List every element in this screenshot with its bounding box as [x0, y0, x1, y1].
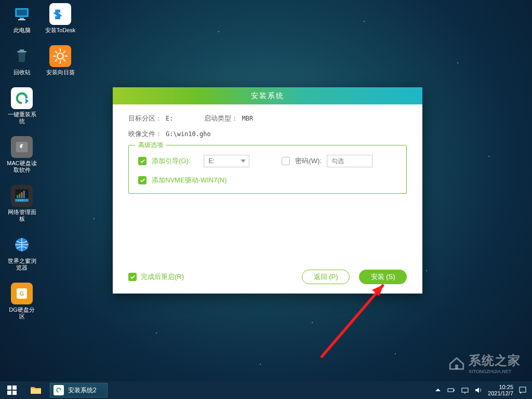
svg-line-13 [63, 51, 65, 53]
clock[interactable]: 10:25 2021/12/7 [488, 384, 513, 396]
svg-line-11 [55, 51, 57, 53]
volume-icon[interactable] [474, 386, 483, 394]
svg-rect-2 [20, 18, 24, 19]
svg-rect-34 [12, 391, 17, 395]
svg-line-14 [55, 59, 57, 61]
monitor-icon [11, 3, 33, 25]
svg-rect-32 [12, 385, 17, 390]
desktop-icon-theworld-browser[interactable]: 世界之窗浏览器 [6, 234, 37, 271]
svg-rect-36 [448, 389, 454, 392]
boot-type-value: MBR [242, 115, 253, 122]
svg-rect-4 [18, 51, 26, 52]
svg-point-6 [57, 53, 63, 59]
svg-rect-33 [7, 391, 11, 395]
add-nvme-label: 添加NVME驱动-WIN7(N) [152, 176, 227, 185]
svg-line-12 [63, 59, 65, 61]
svg-rect-20 [23, 191, 25, 198]
desktop-icon-network-panel[interactable]: 网络管理面板 [6, 185, 37, 222]
svg-rect-18 [19, 194, 20, 198]
back-button[interactable]: 返回 (P) [302, 270, 350, 284]
folder-icon [30, 385, 42, 395]
restart-after-checkbox[interactable] [128, 273, 137, 281]
mac-disk-icon [11, 136, 33, 158]
svg-rect-37 [454, 390, 455, 391]
svg-line-28 [321, 285, 383, 357]
globe-icon [11, 234, 33, 256]
svg-rect-40 [520, 387, 526, 392]
battery-icon[interactable] [447, 386, 456, 394]
sunlogin-icon [49, 45, 71, 67]
taskbar-active-app[interactable]: 安装系统2 [50, 383, 108, 397]
svg-point-22 [18, 200, 19, 201]
diskgenius-icon: G [11, 283, 33, 304]
dialog-titlebar[interactable]: 安装系统 [113, 87, 422, 104]
desktop-icon-install-todesk[interactable]: 安装ToDesk [45, 3, 76, 34]
add-boot-label: 添加引导(G): [152, 156, 190, 166]
desktop-icon-install-sunlogin[interactable]: 安装向日葵 [45, 45, 76, 76]
boot-type-label: 启动类型： [204, 114, 242, 123]
tray-up-icon[interactable] [434, 386, 442, 394]
svg-rect-5 [20, 49, 24, 51]
icon-label: 一键重装系统 [6, 111, 37, 125]
icon-label: 世界之窗浏览器 [6, 258, 37, 271]
desktop-icons: 此电脑 安装ToDesk 回收站 安装向日葵 一键重装系统 MAC硬盘读取软件 [6, 3, 79, 331]
start-button[interactable] [0, 381, 24, 399]
watermark-text: 系统之家 [469, 352, 521, 369]
svg-rect-30 [455, 365, 458, 369]
svg-rect-35 [31, 389, 41, 394]
password-label: 密码(W): [295, 156, 322, 166]
svg-rect-3 [18, 19, 25, 20]
image-file-label: 映像文件： [128, 129, 166, 139]
desktop-icon-this-pc[interactable]: 此电脑 [6, 3, 37, 34]
desktop-icon-mac-disk-reader[interactable]: MAC硬盘读取软件 [6, 136, 37, 174]
icon-label: DG硬盘分区 [6, 307, 37, 320]
windows-icon [7, 385, 17, 395]
icon-label: 回收站 [14, 69, 31, 76]
add-boot-select[interactable]: E: [204, 155, 249, 167]
dialog-title: 安装系统 [251, 91, 284, 101]
todesk-icon [49, 3, 71, 25]
svg-point-23 [20, 200, 21, 201]
house-icon [448, 354, 466, 372]
watermark-sub: XITONGZHIJIA.NET [469, 369, 521, 374]
password-checkbox[interactable] [282, 157, 290, 165]
notifications-icon[interactable] [518, 386, 527, 394]
reinstall-icon [11, 87, 33, 109]
clock-date: 2021/12/7 [488, 390, 513, 396]
watermark: 系统之家 XITONGZHIJIA.NET [448, 352, 521, 374]
desktop-icon-diskgenius[interactable]: G DG硬盘分区 [6, 283, 37, 320]
chevron-down-icon [241, 159, 246, 163]
file-explorer-button[interactable] [24, 381, 48, 399]
icon-label: 安装向日葵 [46, 69, 75, 76]
network-icon[interactable] [461, 386, 469, 394]
system-tray: 10:25 2021/12/7 [434, 384, 532, 396]
svg-rect-31 [7, 385, 11, 390]
install-system-dialog: 安装系统 目标分区： E: 启动类型： MBR 映像文件： G:\win10.g… [113, 87, 422, 294]
svg-rect-19 [21, 192, 23, 198]
trash-icon [11, 45, 33, 67]
svg-rect-17 [17, 195, 18, 198]
desktop-icon-one-click-reinstall[interactable]: 一键重装系统 [6, 87, 37, 125]
icon-label: 此电脑 [14, 27, 31, 34]
restart-after-label: 完成后重启(R) [141, 272, 184, 282]
svg-rect-21 [15, 199, 29, 202]
icon-label: 网络管理面板 [6, 209, 37, 222]
desktop-icon-recycle-bin[interactable]: 回收站 [6, 45, 37, 76]
password-input[interactable] [327, 155, 373, 167]
svg-rect-1 [17, 10, 27, 16]
desktop: 此电脑 安装ToDesk 回收站 安装向日葵 一键重装系统 MAC硬盘读取软件 [0, 0, 532, 399]
dialog-body: 目标分区： E: 启动类型： MBR 映像文件： G:\win10.gho 高级… [113, 104, 422, 294]
add-nvme-checkbox[interactable] [138, 176, 147, 184]
svg-point-24 [22, 200, 23, 201]
svg-rect-38 [462, 388, 468, 392]
add-boot-select-value: E: [208, 157, 214, 165]
taskbar: 安装系统2 10:25 2021/12/7 [0, 381, 532, 399]
taskbar-app-label: 安装系统2 [68, 386, 97, 395]
add-boot-checkbox[interactable] [138, 157, 147, 165]
install-button[interactable]: 安装 (S) [359, 270, 407, 284]
clock-time: 10:25 [488, 384, 513, 390]
target-partition-value: E: [166, 115, 173, 122]
target-partition-label: 目标分区： [128, 114, 166, 123]
icon-label: 安装ToDesk [45, 27, 76, 34]
icon-label: MAC硬盘读取软件 [6, 160, 37, 174]
